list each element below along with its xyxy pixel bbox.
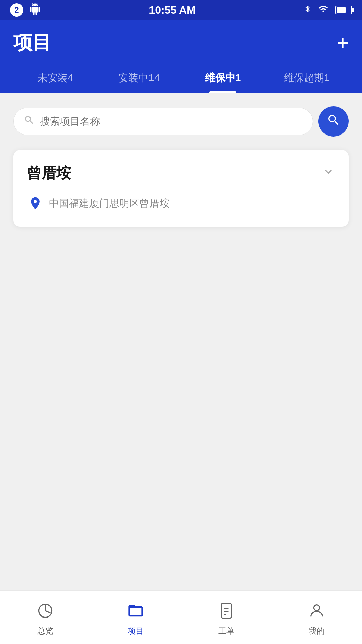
status-bar: 2 10:55 AM [0, 0, 362, 20]
mine-icon [308, 602, 325, 622]
search-input[interactable] [40, 116, 303, 127]
status-left: 2 [10, 3, 41, 17]
card-header: 曾厝垵 [27, 163, 335, 183]
status-time: 10:55 AM [149, 4, 195, 16]
nav-item-workorders[interactable]: 工单 [181, 599, 272, 636]
header: 项目 + 未安装4 安装中14 维保中1 维保超期1 [0, 20, 362, 93]
projects-icon [127, 602, 144, 622]
main-content: 曾厝垵 中国福建厦门思明区曾厝垵 [0, 143, 362, 233]
nav-label-projects: 项目 [128, 626, 144, 636]
workorders-icon [218, 602, 235, 622]
notification-badge: 2 [10, 3, 23, 17]
wifi-icon [318, 4, 329, 16]
header-top: 项目 + [13, 30, 349, 56]
tabs-container: 未安装4 安装中14 维保中1 维保超期1 [13, 66, 349, 93]
android-icon [29, 3, 41, 17]
card-location: 中国福建厦门思明区曾厝垵 [27, 193, 335, 213]
bottom-nav: 总览 项目 工单 我的 [0, 590, 362, 644]
location-text: 中国福建厦门思明区曾厝垵 [49, 197, 170, 210]
nav-label-mine: 我的 [309, 626, 325, 636]
page-title: 项目 [13, 30, 51, 56]
search-icon [24, 115, 35, 128]
tab-expired[interactable]: 维保超期1 [265, 66, 349, 93]
svg-point-5 [314, 605, 319, 610]
status-right [304, 4, 352, 16]
nav-item-mine[interactable]: 我的 [272, 599, 362, 636]
tab-installing[interactable]: 安装中14 [97, 66, 181, 93]
location-icon [27, 193, 44, 213]
chevron-down-icon [322, 165, 335, 181]
card-title: 曾厝垵 [27, 163, 71, 183]
project-card[interactable]: 曾厝垵 中国福建厦门思明区曾厝垵 [13, 150, 349, 227]
svg-rect-1 [221, 603, 231, 618]
tab-not-installed[interactable]: 未安装4 [13, 66, 97, 93]
add-project-button[interactable]: + [337, 33, 349, 53]
search-container [0, 93, 362, 143]
search-submit-button[interactable] [318, 106, 349, 137]
nav-item-overview[interactable]: 总览 [0, 599, 90, 636]
overview-icon [37, 602, 54, 622]
tab-maintaining[interactable]: 维保中1 [181, 66, 265, 93]
search-submit-icon [327, 113, 340, 130]
bluetooth-icon [304, 4, 312, 16]
battery-icon [335, 6, 352, 14]
nav-label-overview: 总览 [37, 626, 53, 636]
search-input-wrapper[interactable] [13, 108, 313, 135]
nav-item-projects[interactable]: 项目 [90, 599, 181, 636]
nav-label-workorders: 工单 [218, 626, 234, 636]
